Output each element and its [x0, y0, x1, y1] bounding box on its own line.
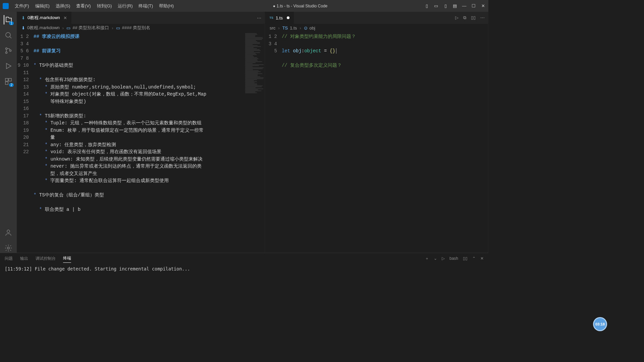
vscode-icon — [3, 3, 9, 9]
terminal-output[interactable]: [11:59:12] File change detected. Startin… — [0, 264, 488, 274]
svg-point-3 — [10, 50, 11, 52]
extensions-badge: 2 — [9, 83, 14, 87]
explorer-badge: 1 — [9, 21, 14, 25]
minimize-icon[interactable]: — — [462, 3, 467, 9]
search-icon[interactable] — [4, 31, 13, 40]
panel-tab[interactable]: 输出 — [20, 254, 28, 263]
menu-item[interactable]: 帮助(H) — [156, 2, 176, 10]
svg-point-2 — [6, 52, 7, 54]
code-content[interactable]: // 对象类型约束能力的局限问题？ let obj:object = {} //… — [282, 32, 468, 253]
terminal-shell-name[interactable]: bash — [449, 255, 458, 262]
markdown-file-icon: ⬇ — [21, 15, 25, 20]
more-actions-icon[interactable]: ⋯ — [480, 15, 485, 20]
run-debug-icon[interactable] — [4, 61, 13, 71]
source-control-icon[interactable] — [4, 46, 13, 55]
close-tab-icon[interactable]: ✕ — [63, 15, 67, 20]
svg-point-0 — [6, 33, 10, 37]
panel-tab[interactable]: 终端 — [63, 254, 71, 263]
activity-bar: 1 2 — [0, 12, 17, 253]
svg-point-8 — [7, 247, 9, 249]
account-icon[interactable] — [4, 228, 13, 237]
layout-right-icon[interactable]: ▯ — [443, 3, 448, 9]
layout-left-icon[interactable]: ▯ — [424, 3, 429, 9]
menu-item[interactable]: 运行(R) — [115, 2, 135, 10]
menu-item[interactable]: 选择(S) — [53, 2, 73, 10]
panel-tab[interactable]: 调试控制台 — [36, 254, 56, 263]
titlebar: 文件(F)编辑(E)选择(S)查看(V)转到(G)运行(R)终端(T)帮助(H)… — [0, 0, 488, 12]
more-actions-icon[interactable]: ⋯ — [257, 15, 261, 20]
panel-tab[interactable]: 问题 — [5, 254, 13, 263]
svg-rect-4 — [5, 78, 8, 81]
layout-grid-icon[interactable]: ▤ — [452, 3, 458, 9]
editor-group-right: TS 1.ts ▷ ⧉ ▯▯ ⋯ srcTS1.ts⊙obj 1 2 3 4 5… — [265, 12, 488, 253]
dirty-indicator — [287, 16, 289, 19]
tab-label: 0教程.markdown — [28, 15, 60, 21]
tabs-right: TS 1.ts ▷ ⧉ ▯▯ ⋯ — [265, 12, 488, 24]
terminal-dropdown-icon[interactable]: ⌄ — [434, 255, 437, 262]
terminal-shell-icon[interactable]: ▷ — [442, 255, 445, 262]
minimap[interactable] — [245, 32, 265, 253]
svg-rect-5 — [9, 78, 11, 81]
svg-point-7 — [7, 230, 10, 233]
menubar: 文件(F)编辑(E)选择(S)查看(V)转到(G)运行(R)终端(T)帮助(H) — [12, 2, 176, 10]
breadcrumb-left[interactable]: ⬇0教程.markdown▭## 类型别名和接口▭#### 类型别名 — [17, 24, 265, 32]
menu-item[interactable]: 编辑(E) — [33, 2, 52, 10]
close-icon[interactable]: ✕ — [480, 3, 486, 9]
settings-icon[interactable] — [4, 243, 13, 253]
window-title: ● 1.ts - ts - Visual Studio Code — [176, 4, 424, 8]
panel-tabs: 问题输出调试控制台终端 ＋ ⌄ ▷ bash ▯▯ ⌃ ✕ — [0, 253, 488, 264]
tab-label: 1.ts — [276, 15, 283, 20]
ts-file-icon: TS — [269, 15, 274, 20]
maximize-icon[interactable]: ☐ — [471, 3, 476, 9]
svg-rect-6 — [5, 82, 8, 84]
tab-ts[interactable]: TS 1.ts — [265, 12, 294, 24]
explorer-icon[interactable]: 1 — [4, 15, 13, 24]
menu-item[interactable]: 转到(G) — [94, 2, 115, 10]
new-terminal-icon[interactable]: ＋ — [425, 254, 429, 263]
minimap[interactable] — [468, 32, 488, 253]
panel: 问题输出调试控制台终端 ＋ ⌄ ▷ bash ▯▯ ⌃ ✕ [11:59:12]… — [0, 253, 488, 274]
tab-markdown[interactable]: ⬇ 0教程.markdown ✕ — [17, 12, 71, 24]
layout-bottom-icon[interactable]: ▭ — [433, 3, 439, 9]
run-icon[interactable]: ▷ — [455, 15, 459, 20]
split-terminal-icon[interactable]: ▯▯ — [463, 255, 468, 262]
menu-item[interactable]: 查看(V) — [73, 2, 93, 10]
split-right-icon[interactable]: ⧉ — [463, 15, 466, 20]
menu-item[interactable]: 终端(T) — [136, 2, 156, 10]
line-gutter: 1 2 3 4 5 — [265, 32, 282, 253]
breadcrumb-right[interactable]: srcTS1.ts⊙obj — [265, 24, 488, 32]
code-content[interactable]: ## 李凌云的模拟授课 ## 前课复习 * TS中的基础类型 * 包含所有JS的… — [34, 32, 245, 253]
menu-item[interactable]: 文件(F) — [12, 2, 32, 10]
line-gutter: 1 2 3 4 5 6 7 8 9 10 11 12 13 14 15 16 1… — [17, 32, 34, 253]
extensions-icon[interactable]: 2 — [4, 77, 13, 86]
split-editor-icon[interactable]: ▯▯ — [471, 15, 476, 20]
editor-group-left: ⬇ 0教程.markdown ✕ ⋯ ⬇0教程.markdown▭## 类型别名… — [17, 12, 265, 253]
svg-point-1 — [6, 48, 7, 50]
maximize-panel-icon[interactable]: ⌃ — [472, 255, 476, 262]
tabs-left: ⬇ 0教程.markdown ✕ ⋯ — [17, 12, 265, 24]
close-panel-icon[interactable]: ✕ — [480, 255, 484, 262]
